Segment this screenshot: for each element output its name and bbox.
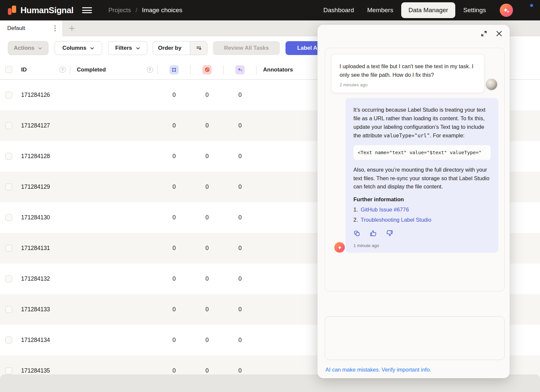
actions-button[interactable]: Actions (8, 41, 48, 55)
link-item: 2. Troubleshooting Label Studio (353, 217, 491, 223)
chevron-down-icon (38, 46, 43, 51)
column-header-completed[interactable]: Completed ? (70, 67, 158, 73)
cancelled-count: 0 (205, 275, 209, 282)
order-by-button[interactable]: Order by (153, 41, 207, 55)
expand-icon (480, 30, 488, 38)
annotations-icon (169, 65, 179, 74)
predictions-count: 0 (238, 214, 242, 221)
review-all-tasks-button[interactable]: Review All Tasks (213, 41, 280, 55)
thumbs-up-button[interactable] (370, 230, 377, 238)
predictions-count: 0 (238, 275, 242, 282)
task-id: 171284130 (21, 214, 50, 221)
chevron-down-icon (135, 46, 140, 51)
sort-direction-toggle[interactable] (190, 42, 207, 55)
tab-label: Default (7, 25, 52, 32)
cancelled-count: 0 (205, 153, 209, 160)
row-checkbox[interactable] (5, 183, 12, 190)
predictions-count: 0 (238, 92, 242, 98)
github-issue-link[interactable]: GitHub Issue #6776 (361, 207, 409, 212)
nav-item-dashboard[interactable]: Dashboard (318, 2, 359, 18)
add-tab-button[interactable] (63, 20, 81, 36)
row-checkbox[interactable] (5, 245, 12, 252)
column-header-annotations[interactable] (158, 65, 191, 74)
ai-assistant-panel: I uploaded a text file but I can't see t… (317, 25, 510, 378)
row-checkbox[interactable] (5, 122, 12, 129)
annotations-count: 0 (172, 183, 176, 190)
breadcrumb-projects[interactable]: Projects (108, 7, 131, 14)
task-id: 171284126 (21, 92, 50, 98)
cancelled-count: 0 (205, 214, 209, 221)
predictions-count: 0 (238, 367, 242, 374)
copy-icon (353, 230, 360, 237)
close-panel-button[interactable] (495, 30, 503, 38)
annotations-count: 0 (172, 306, 176, 313)
notification-dot (529, 3, 534, 8)
expand-panel-button[interactable] (480, 30, 488, 38)
thumbs-up-icon (370, 230, 377, 237)
select-all-checkbox[interactable] (5, 66, 12, 73)
nav-item-settings[interactable]: Settings (458, 2, 491, 18)
annotations-count: 0 (172, 245, 176, 252)
tab-options-kebab-icon[interactable] (52, 23, 58, 33)
column-header-predictions[interactable] (224, 65, 256, 74)
predictions-count: 0 (238, 153, 242, 160)
hamburger-menu-icon[interactable] (82, 6, 92, 14)
column-header-cancelled[interactable] (191, 65, 224, 74)
column-header-id[interactable]: ID ? (18, 67, 70, 73)
chevron-down-icon (90, 46, 95, 51)
message-actions (353, 230, 491, 238)
columns-button[interactable]: Columns (55, 41, 102, 55)
nav-item-members[interactable]: Members (362, 2, 399, 18)
plus-icon (68, 25, 75, 32)
thumbs-down-button[interactable] (386, 230, 393, 238)
row-checkbox[interactable] (5, 153, 12, 160)
task-id: 171284127 (21, 122, 50, 129)
row-checkbox[interactable] (5, 367, 12, 374)
task-id: 171284134 (21, 337, 50, 344)
annotations-count: 0 (172, 92, 176, 98)
brand-name: HumanSignal (20, 5, 74, 15)
predictions-count: 0 (238, 306, 242, 313)
cancelled-count: 0 (205, 367, 209, 374)
cancelled-count: 0 (205, 337, 209, 344)
cancelled-icon (202, 65, 212, 74)
troubleshooting-link[interactable]: Troubleshooting Label Studio (361, 217, 431, 223)
close-icon (495, 30, 503, 38)
user-message-text: I uploaded a text file but I can't see t… (340, 62, 476, 79)
ai-message-timestamp: 1 minute ago (353, 243, 491, 248)
breadcrumb-current-project: Image choices (142, 7, 183, 14)
ai-avatar (334, 242, 345, 253)
predictions-icon (235, 65, 245, 74)
humansignal-logo[interactable]: HumanSignal (8, 4, 74, 16)
annotations-count: 0 (172, 153, 176, 160)
task-id: 171284132 (21, 275, 50, 282)
completed-help-icon[interactable]: ? (147, 67, 153, 73)
breadcrumb: Projects / Image choices (108, 7, 182, 14)
row-checkbox[interactable] (5, 306, 12, 313)
copy-message-button[interactable] (353, 230, 360, 238)
chat-input[interactable] (325, 316, 505, 360)
row-checkbox[interactable] (5, 92, 12, 98)
sparkle-icon (337, 245, 343, 250)
filters-button[interactable]: Filters (108, 41, 147, 55)
cancelled-count: 0 (205, 92, 209, 98)
task-id: 171284131 (21, 245, 50, 252)
task-id: 171284128 (21, 153, 50, 160)
ai-disclaimer: AI can make mistakes. Verify important i… (325, 367, 431, 373)
nav-item-data-manager[interactable]: Data Manager (401, 2, 455, 18)
task-id: 171284135 (21, 367, 50, 374)
tab-default[interactable]: Default (0, 20, 63, 36)
ai-paragraph-1: It’s occurring because Label Studio is t… (353, 106, 491, 140)
code-block: <Text name="text" value="$text" valueTyp… (353, 145, 491, 160)
task-id: 171284129 (21, 183, 50, 190)
row-checkbox[interactable] (5, 214, 12, 221)
user-message-bubble: I uploaded a text file but I can't see t… (332, 55, 484, 93)
annotations-count: 0 (172, 337, 176, 344)
user-menu-avatar[interactable] (520, 4, 533, 17)
cancelled-count: 0 (205, 183, 209, 190)
id-help-icon[interactable]: ? (59, 67, 66, 73)
row-checkbox[interactable] (5, 275, 12, 282)
row-checkbox[interactable] (5, 337, 12, 344)
ai-assistant-button[interactable] (500, 4, 513, 17)
top-navbar: HumanSignal Projects / Image choices Das… (0, 0, 540, 20)
